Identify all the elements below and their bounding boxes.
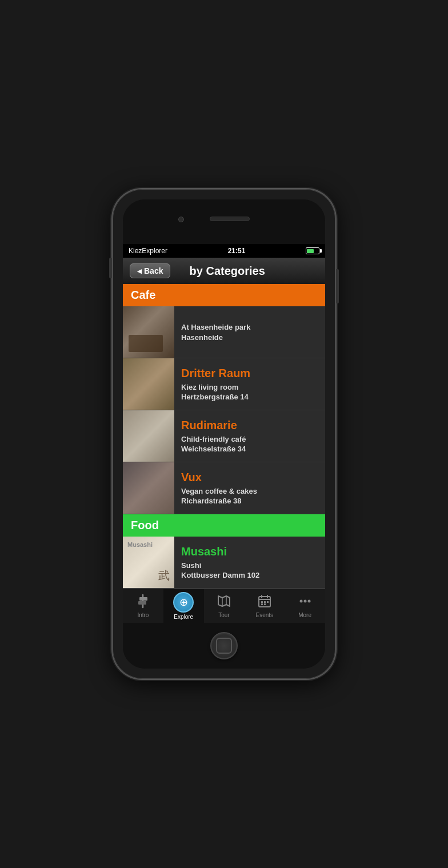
battery-body (306, 247, 319, 254)
item-name: Musashi (181, 545, 318, 558)
list-item[interactable]: Dritter Raum Kiez living room Hertzbergs… (123, 358, 325, 410)
item-info: Musashi Sushi Kottbusser Damm 102 (174, 537, 325, 588)
battery-fill (307, 249, 313, 253)
svg-rect-2 (138, 601, 146, 605)
item-info: Rudimarie Child-friendly café Weichselst… (174, 410, 325, 462)
calendar-icon (257, 594, 272, 611)
battery-icon (306, 247, 319, 254)
item-desc: Child-friendly café (181, 434, 318, 445)
back-button[interactable]: Back (130, 263, 170, 278)
item-address: Weichselstraße 34 (181, 445, 318, 453)
svg-rect-1 (139, 597, 147, 601)
item-name: Rudimarie (181, 419, 318, 432)
item-thumbnail (123, 358, 174, 410)
svg-rect-14 (264, 603, 266, 605)
svg-point-17 (307, 600, 310, 603)
tab-more-label: More (298, 612, 311, 618)
content-area: Cafe At Hasenheide park Hasenheide (123, 284, 325, 589)
svg-rect-11 (264, 601, 266, 603)
tab-tour-label: Tour (218, 612, 229, 618)
svg-rect-12 (267, 601, 269, 603)
home-button-inner (216, 638, 232, 654)
more-icon (298, 594, 313, 611)
nav-bar: Back by Categories (123, 258, 325, 284)
list-item[interactable]: At Hasenheide park Hasenheide (123, 306, 325, 358)
tab-events[interactable]: Events (244, 589, 285, 623)
item-name: Dritter Raum (181, 367, 318, 380)
item-thumbnail: Musashi 武 (123, 537, 174, 588)
signpost-icon (135, 594, 150, 611)
power-button (336, 269, 339, 303)
tab-bar: Intro Explore (123, 589, 325, 623)
item-info: Vux Vegan coffee & cakes Richardstraße 3… (174, 462, 325, 514)
category-header-cafe: Cafe (123, 284, 325, 306)
app-name: KiezExplorer (129, 247, 167, 255)
item-desc: Kiez living room (181, 382, 318, 393)
item-thumbnail (123, 306, 174, 358)
bottom-bezel (123, 623, 325, 669)
item-address: Kottbusser Damm 102 (181, 571, 318, 579)
list-item[interactable]: Vux Vegan coffee & cakes Richardstraße 3… (123, 462, 325, 514)
item-thumbnail (123, 410, 174, 462)
item-desc: At Hasenheide park (181, 322, 318, 333)
item-info: Dritter Raum Kiez living room Hertzbergs… (174, 358, 325, 410)
tab-intro-label: Intro (137, 612, 149, 618)
svg-point-16 (303, 600, 306, 603)
page-title: by Categories (170, 265, 284, 278)
home-button[interactable] (210, 632, 238, 659)
tab-explore-label: Explore (174, 614, 193, 620)
list-item[interactable]: Musashi 武 Musashi Sushi Kottbusser Damm … (123, 537, 325, 589)
camera (178, 217, 184, 222)
screen: KiezExplorer 21:51 Back by Categories Ca… (123, 244, 325, 623)
tab-intro[interactable]: Intro (123, 589, 163, 623)
phone-frame: KiezExplorer 21:51 Back by Categories Ca… (113, 189, 335, 679)
tab-explore[interactable]: Explore (163, 589, 204, 623)
volume-button (109, 258, 112, 278)
list-item[interactable]: Rudimarie Child-friendly café Weichselst… (123, 410, 325, 462)
item-desc: Sushi (181, 561, 318, 571)
speaker (210, 217, 250, 221)
item-address: Richardstraße 38 (181, 497, 318, 505)
compass-icon (173, 592, 194, 613)
svg-marker-3 (218, 596, 230, 606)
item-address: Hasenheide (181, 333, 318, 342)
svg-rect-13 (261, 603, 263, 605)
category-header-food: Food (123, 514, 325, 537)
status-time: 21:51 (228, 247, 246, 255)
tab-tour[interactable]: Tour (204, 589, 245, 623)
item-desc: Vegan coffee & cakes (181, 486, 318, 497)
item-info: At Hasenheide park Hasenheide (174, 306, 325, 358)
tab-events-label: Events (256, 612, 274, 618)
item-thumbnail (123, 462, 174, 514)
top-bezel (123, 199, 325, 244)
svg-rect-10 (261, 601, 263, 603)
item-address: Hertzbergstraße 14 (181, 393, 318, 401)
tab-more[interactable]: More (285, 589, 325, 623)
svg-point-15 (299, 600, 302, 603)
status-bar: KiezExplorer 21:51 (123, 244, 325, 258)
map-icon (217, 594, 231, 611)
item-name: Vux (181, 471, 318, 484)
phone-screen: KiezExplorer 21:51 Back by Categories Ca… (123, 199, 325, 669)
